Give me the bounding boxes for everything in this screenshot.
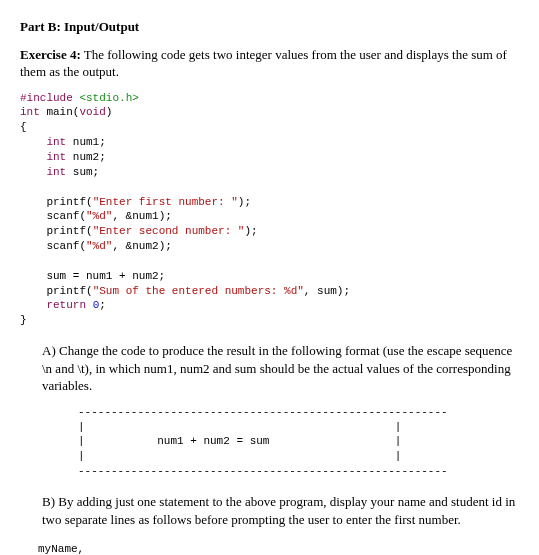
code-token: printf( bbox=[20, 225, 93, 237]
output-line: ----------------------------------------… bbox=[78, 406, 448, 418]
code-token: { bbox=[20, 121, 27, 133]
part-a: A) Change the code to produce the result… bbox=[42, 342, 519, 479]
part-a-text: Change the code to produce the result in… bbox=[42, 343, 512, 393]
output-line: | | bbox=[78, 450, 401, 462]
code-token: ); bbox=[238, 196, 251, 208]
part-b-text: By adding just one statement to the abov… bbox=[42, 494, 515, 527]
code-token: main( bbox=[40, 106, 80, 118]
code-token: return bbox=[46, 299, 86, 311]
code-token: printf( bbox=[20, 285, 93, 297]
code-token: ; bbox=[99, 299, 106, 311]
code-token: } bbox=[20, 314, 27, 326]
code-token: "Enter first number: " bbox=[93, 196, 238, 208]
exercise-text: The following code gets two integer valu… bbox=[20, 47, 507, 80]
code-token: "Sum of the entered numbers: %d" bbox=[93, 285, 304, 297]
code-token: num1; bbox=[66, 136, 106, 148]
sample-line: myName, bbox=[38, 543, 84, 555]
code-token: ) bbox=[106, 106, 113, 118]
part-b: B) By adding just one statement to the a… bbox=[42, 493, 519, 528]
part-b-label: B) bbox=[42, 494, 55, 509]
code-token: "Enter second number: " bbox=[93, 225, 245, 237]
code-token: scanf( bbox=[20, 240, 86, 252]
code-token: printf( bbox=[20, 196, 93, 208]
code-token: #include bbox=[20, 92, 73, 104]
code-token: scanf( bbox=[20, 210, 86, 222]
code-token: , &num2); bbox=[112, 240, 171, 252]
code-token: int bbox=[20, 106, 40, 118]
code-token: int bbox=[46, 136, 66, 148]
section-heading: Part B: Input/Output bbox=[20, 18, 519, 36]
code-token: <stdio.h> bbox=[79, 92, 138, 104]
code-token: sum = num1 + num2; bbox=[20, 270, 165, 282]
part-a-label: A) bbox=[42, 343, 56, 358]
code-token: , &num1); bbox=[112, 210, 171, 222]
code-token: sum; bbox=[66, 166, 99, 178]
code-block: #include <stdio.h> int main(void) { int … bbox=[20, 91, 519, 329]
code-token: void bbox=[79, 106, 105, 118]
code-token: int bbox=[46, 166, 66, 178]
code-token bbox=[86, 299, 93, 311]
code-token: ); bbox=[244, 225, 257, 237]
expected-output-box: ----------------------------------------… bbox=[78, 405, 519, 479]
code-token: "%d" bbox=[86, 240, 112, 252]
output-line: | | bbox=[78, 421, 401, 433]
code-token: , sum); bbox=[304, 285, 350, 297]
code-token: int bbox=[46, 151, 66, 163]
code-token: "%d" bbox=[86, 210, 112, 222]
code-token: num2; bbox=[66, 151, 106, 163]
exercise-label: Exercise 4: bbox=[20, 47, 81, 62]
output-line: | num1 + num2 = sum | bbox=[78, 435, 401, 447]
exercise-prompt: Exercise 4: The following code gets two … bbox=[20, 46, 519, 81]
output-line: ----------------------------------------… bbox=[78, 465, 448, 477]
sample-output: myName, Student_ID, Enter first number: bbox=[38, 542, 519, 555]
